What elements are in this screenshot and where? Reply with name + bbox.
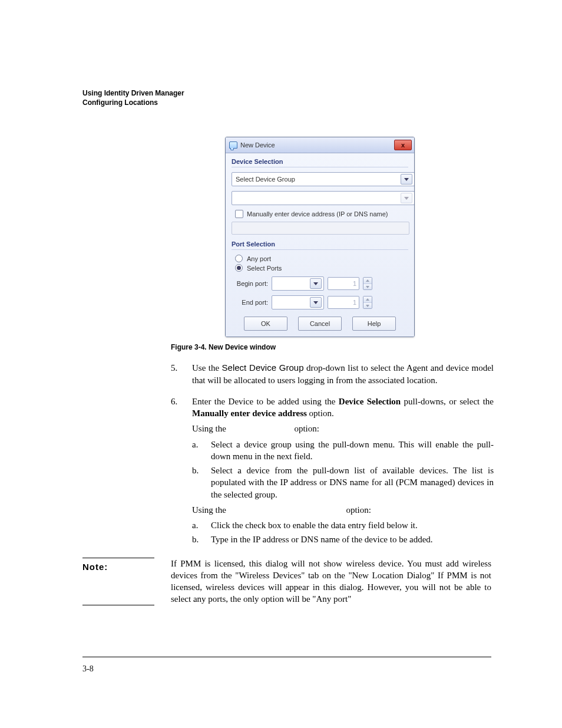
step-5: 5. Use the Select Device Group drop-down… [171, 362, 494, 386]
using-manual-entry-intro: Using the option: [192, 504, 494, 516]
divider [232, 167, 408, 167]
cancel-button[interactable]: Cancel [298, 317, 342, 331]
help-button[interactable]: Help [352, 317, 396, 331]
chevron-down-icon [310, 278, 322, 289]
device-selection-heading: Device Selection [232, 158, 408, 165]
figure-caption: Figure 3-4. New Device window [171, 343, 491, 351]
select-ports-radio[interactable] [235, 264, 243, 272]
chevron-down-icon [401, 193, 412, 203]
arrow-down-icon [366, 286, 369, 288]
footer-rule [82, 657, 491, 657]
step-number: 6. [171, 396, 181, 548]
note-text: If PMM is licensed, this dialog will not… [171, 558, 491, 605]
manual-address-label: Manually enter device address (IP or DNS… [247, 210, 388, 218]
device-group-dropdown-value: Select Device Group [236, 176, 295, 183]
ok-button[interactable]: OK [244, 317, 287, 331]
running-header-l1: Using Identity Driven Manager [82, 89, 184, 97]
any-port-label: Any port [247, 255, 271, 262]
substep-a: a.Click the check box to enable the data… [192, 519, 494, 531]
substep-b: b.Select a device from the pull-down lis… [192, 465, 494, 500]
any-port-radio[interactable] [235, 255, 243, 262]
select-ports-label: Select Ports [247, 265, 282, 272]
close-button[interactable]: x [394, 140, 412, 150]
note-block: Note: If PMM is licensed, this dialog wi… [82, 558, 491, 605]
using-device-selection-intro: Using the option: [192, 423, 494, 434]
end-port-label: End port: [232, 299, 268, 306]
substep-a: a.Select a device group using the pull-d… [192, 439, 494, 463]
end-port-number[interactable]: 1 [328, 296, 359, 309]
divider [232, 249, 408, 250]
device-dropdown[interactable] [232, 191, 415, 205]
step-text: Use the Select Device Group drop-down li… [192, 362, 494, 386]
begin-port-module-dropdown[interactable] [272, 276, 324, 291]
chevron-down-icon [310, 297, 322, 308]
step-number: 5. [171, 362, 181, 386]
page-number: 3-8 [82, 664, 94, 674]
close-icon: x [401, 142, 405, 148]
step-6: 6. Enter the Device to be added using th… [171, 396, 494, 548]
running-header-l2: Configuring Locations [82, 98, 491, 107]
manual-address-checkbox[interactable] [235, 210, 243, 218]
end-port-spinner[interactable] [363, 296, 372, 309]
dialog-title: New Device [240, 141, 275, 149]
monitor-icon [229, 141, 237, 149]
chevron-down-icon [401, 174, 412, 185]
end-port-module-dropdown[interactable] [272, 295, 324, 309]
note-label: Note: [82, 558, 154, 605]
arrow-up-icon [366, 279, 369, 282]
device-group-dropdown[interactable]: Select Device Group [232, 172, 415, 186]
figure-new-device-dialog: New Device x Device Selection Select Dev… [225, 137, 414, 337]
begin-port-label: Begin port: [232, 280, 268, 287]
manual-address-input[interactable] [232, 222, 409, 235]
begin-port-number[interactable]: 1 [328, 277, 359, 290]
dialog-titlebar: New Device x [226, 137, 414, 153]
arrow-down-icon [366, 305, 369, 307]
step-text: Enter the Device to be added using the D… [192, 396, 494, 548]
running-header: Using Identity Driven Manager Configurin… [82, 88, 491, 107]
arrow-up-icon [366, 298, 369, 301]
port-selection-heading: Port Selection [232, 241, 408, 248]
begin-port-spinner[interactable] [363, 277, 372, 290]
body-content: 5. Use the Select Device Group drop-down… [171, 362, 494, 548]
dialog-window: New Device x Device Selection Select Dev… [225, 137, 415, 337]
substep-b: b.Type in the IP address or DNS name of … [192, 533, 494, 545]
